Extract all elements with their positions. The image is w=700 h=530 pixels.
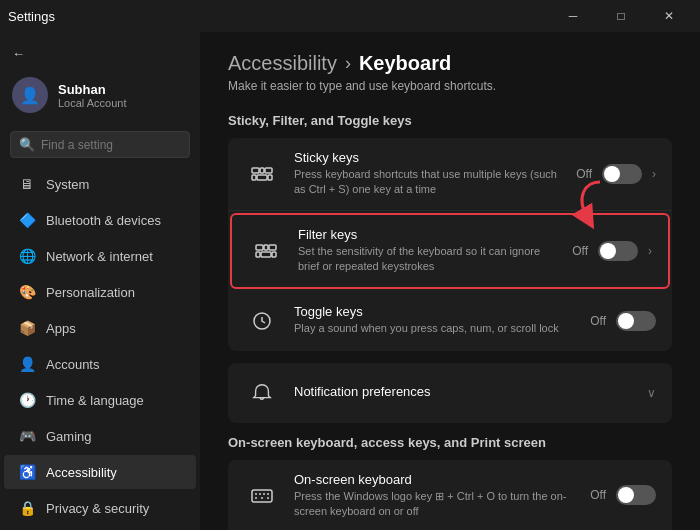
onscreen-keyboard-icon bbox=[244, 477, 280, 513]
titlebar-left: Settings bbox=[8, 9, 55, 24]
sidebar-item-label: Accounts bbox=[46, 357, 99, 372]
filter-keys-text: Filter keys Set the sensitivity of the k… bbox=[298, 227, 558, 275]
svg-rect-0 bbox=[252, 168, 259, 173]
sticky-keys-right: Off › bbox=[576, 164, 656, 184]
onscreen-keyboard-off-label: Off bbox=[590, 488, 606, 502]
sticky-keys-toggle[interactable] bbox=[602, 164, 642, 184]
privacy-icon: 🔒 bbox=[18, 499, 36, 517]
accessibility-icon: ♿ bbox=[18, 463, 36, 481]
toggle-keys-desc: Play a sound when you press caps, num, o… bbox=[294, 321, 576, 336]
sticky-keys-text: Sticky keys Press keyboard shortcuts tha… bbox=[294, 150, 562, 198]
section-title-sticky: Sticky, Filter, and Toggle keys bbox=[228, 113, 672, 128]
onscreen-keyboard-toggle[interactable] bbox=[616, 485, 656, 505]
filter-keys-right: Off › bbox=[572, 241, 652, 261]
onscreen-keyboard-desc: Press the Windows logo key ⊞ + Ctrl + O … bbox=[294, 489, 576, 520]
toggle-keys-text: Toggle keys Play a sound when you press … bbox=[294, 304, 576, 336]
notification-preferences-item[interactable]: Notification preferences ∨ bbox=[228, 363, 672, 423]
content-area: Accessibility › Keyboard Make it easier … bbox=[200, 32, 700, 530]
svg-rect-9 bbox=[256, 252, 260, 257]
sticky-keys-desc: Press keyboard shortcuts that use multip… bbox=[294, 167, 562, 198]
onscreen-keyboard-text: On-screen keyboard Press the Windows log… bbox=[294, 472, 576, 520]
system-icon: 🖥 bbox=[18, 175, 36, 193]
svg-rect-8 bbox=[269, 245, 276, 250]
notification-preferences-right: ∨ bbox=[647, 386, 656, 400]
sidebar-item-accounts[interactable]: 👤 Accounts bbox=[4, 347, 196, 381]
sidebar-item-label: Personalization bbox=[46, 285, 135, 300]
bluetooth-icon: 🔷 bbox=[18, 211, 36, 229]
svg-rect-4 bbox=[257, 175, 267, 180]
sidebar-item-accessibility[interactable]: ♿ Accessibility bbox=[4, 455, 196, 489]
notification-chevron-down-icon: ∨ bbox=[647, 386, 656, 400]
sidebar-item-label: Accessibility bbox=[46, 465, 117, 480]
sidebar-item-label: Gaming bbox=[46, 429, 92, 444]
maximize-button[interactable]: □ bbox=[598, 0, 644, 32]
search-icon: 🔍 bbox=[19, 137, 35, 152]
breadcrumb: Accessibility › Keyboard bbox=[228, 52, 672, 75]
sidebar-item-network[interactable]: 🌐 Network & internet bbox=[4, 239, 196, 273]
titlebar-controls: ─ □ ✕ bbox=[550, 0, 692, 32]
breadcrumb-current: Keyboard bbox=[359, 52, 451, 75]
onscreen-keyboard-title: On-screen keyboard bbox=[294, 472, 576, 487]
sidebar-item-apps[interactable]: 📦 Apps bbox=[4, 311, 196, 345]
toggle-keys-off-label: Off bbox=[590, 314, 606, 328]
filter-keys-toggle[interactable] bbox=[598, 241, 638, 261]
section-title-onscreen: On-screen keyboard, access keys, and Pri… bbox=[228, 435, 672, 450]
sticky-keys-chevron-icon: › bbox=[652, 167, 656, 181]
time-icon: 🕐 bbox=[18, 391, 36, 409]
svg-rect-5 bbox=[268, 175, 272, 180]
profile-subtitle: Local Account bbox=[58, 97, 127, 109]
svg-rect-7 bbox=[264, 245, 268, 250]
sticky-keys-item[interactable]: Sticky keys Press keyboard shortcuts tha… bbox=[228, 138, 672, 211]
search-input[interactable] bbox=[41, 138, 181, 152]
search-box[interactable]: 🔍 bbox=[10, 131, 190, 158]
personalization-icon: 🎨 bbox=[18, 283, 36, 301]
notification-preferences-title: Notification preferences bbox=[294, 384, 633, 399]
sidebar-item-label: Bluetooth & devices bbox=[46, 213, 161, 228]
toggle-keys-toggle[interactable] bbox=[616, 311, 656, 331]
minimize-button[interactable]: ─ bbox=[550, 0, 596, 32]
toggle-keys-item[interactable]: Toggle keys Play a sound when you press … bbox=[228, 291, 672, 351]
sidebar-item-label: System bbox=[46, 177, 89, 192]
accounts-icon: 👤 bbox=[18, 355, 36, 373]
sidebar-item-label: Apps bbox=[46, 321, 76, 336]
titlebar: Settings ─ □ ✕ bbox=[0, 0, 700, 32]
back-icon: ← bbox=[12, 46, 25, 61]
sidebar-item-privacy[interactable]: 🔒 Privacy & security bbox=[4, 491, 196, 525]
onscreen-group: On-screen keyboard Press the Windows log… bbox=[228, 460, 672, 530]
filter-keys-item[interactable]: Filter keys Set the sensitivity of the k… bbox=[230, 213, 670, 289]
svg-rect-13 bbox=[252, 490, 272, 502]
sidebar-item-label: Privacy & security bbox=[46, 501, 149, 516]
profile-section[interactable]: 👤 Subhan Local Account bbox=[0, 67, 200, 123]
back-button[interactable]: ← bbox=[0, 40, 200, 67]
svg-rect-11 bbox=[272, 252, 276, 257]
svg-rect-2 bbox=[265, 168, 272, 173]
notification-preferences-text: Notification preferences bbox=[294, 384, 633, 401]
breadcrumb-parent: Accessibility bbox=[228, 52, 337, 75]
titlebar-title: Settings bbox=[8, 9, 55, 24]
profile-info: Subhan Local Account bbox=[58, 82, 127, 109]
onscreen-keyboard-item[interactable]: On-screen keyboard Press the Windows log… bbox=[228, 460, 672, 530]
network-icon: 🌐 bbox=[18, 247, 36, 265]
close-button[interactable]: ✕ bbox=[646, 0, 692, 32]
onscreen-keyboard-right: Off bbox=[590, 485, 656, 505]
sidebar-item-system[interactable]: 🖥 System bbox=[4, 167, 196, 201]
toggle-keys-right: Off bbox=[590, 311, 656, 331]
avatar: 👤 bbox=[12, 77, 48, 113]
sticky-keys-title: Sticky keys bbox=[294, 150, 562, 165]
filter-keys-chevron-icon: › bbox=[648, 244, 652, 258]
sidebar-item-label: Time & language bbox=[46, 393, 144, 408]
filter-keys-title: Filter keys bbox=[298, 227, 558, 242]
svg-rect-1 bbox=[260, 168, 264, 173]
svg-rect-10 bbox=[261, 252, 271, 257]
filter-keys-icon bbox=[248, 233, 284, 269]
toggle-keys-icon bbox=[244, 303, 280, 339]
profile-name: Subhan bbox=[58, 82, 127, 97]
sidebar-item-personalization[interactable]: 🎨 Personalization bbox=[4, 275, 196, 309]
toggle-keys-title: Toggle keys bbox=[294, 304, 576, 319]
sidebar-item-bluetooth[interactable]: 🔷 Bluetooth & devices bbox=[4, 203, 196, 237]
svg-rect-6 bbox=[256, 245, 263, 250]
page-subtitle: Make it easier to type and use keyboard … bbox=[228, 79, 672, 93]
sidebar-item-time[interactable]: 🕐 Time & language bbox=[4, 383, 196, 417]
sidebar-item-gaming[interactable]: 🎮 Gaming bbox=[4, 419, 196, 453]
sidebar: ← 👤 Subhan Local Account 🔍 🖥 System 🔷 Bl… bbox=[0, 32, 200, 530]
